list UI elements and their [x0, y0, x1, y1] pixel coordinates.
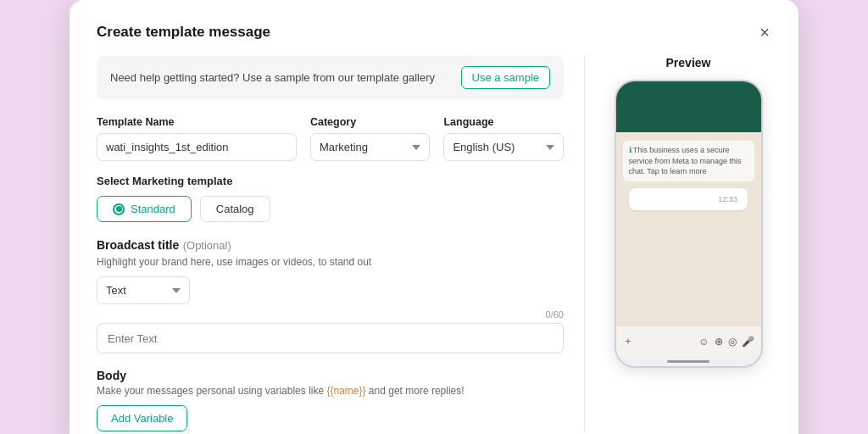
use-sample-button[interactable]: Use a sample — [461, 66, 550, 89]
body-variable: {{name}} — [326, 385, 365, 397]
standard-type-label: Standard — [131, 203, 175, 215]
preview-title: Preview — [666, 56, 711, 70]
phone-content: ℹ This business uses a secure service fr… — [616, 132, 761, 326]
body-section: Body Make your messages personal using v… — [97, 369, 564, 431]
phone-home-bar — [616, 356, 761, 366]
catalog-type-button[interactable]: Catalog — [200, 196, 270, 222]
broadcast-optional: (Optional) — [183, 239, 231, 252]
broadcast-description: Highlight your brand here, use images or… — [97, 256, 564, 268]
phone-bottom-bar: ＋ ☺ ⊕ ◎ 🎤 — [616, 326, 761, 356]
template-name-label: Template Name — [97, 116, 297, 128]
body-title: Body — [97, 369, 564, 382]
emoji-icon: ☺ — [698, 336, 709, 348]
home-bar-line — [667, 360, 709, 363]
char-count: 0/60 — [97, 309, 564, 320]
preview-section: Preview ℹ This business uses a secure se… — [585, 56, 771, 431]
catalog-type-label: Catalog — [216, 203, 254, 215]
standard-type-button[interactable]: Standard — [97, 196, 192, 222]
mic-icon: 🎤 — [742, 336, 754, 348]
add-variable-button[interactable]: Add Variable — [97, 405, 187, 431]
select-template-section: Select Marketing template Standard Catal… — [97, 175, 564, 222]
attach-icon: ⊕ — [715, 336, 723, 348]
info-banner: ℹ This business uses a secure service fr… — [623, 141, 754, 181]
close-button[interactable]: × — [758, 24, 771, 41]
select-template-label: Select Marketing template — [97, 175, 564, 187]
template-type-row: Standard Catalog — [97, 196, 564, 222]
form-section: Need help getting started? Use a sample … — [97, 56, 585, 431]
radio-dot-inner-standard — [116, 206, 122, 212]
sample-banner: Need help getting started? Use a sample … — [97, 56, 564, 99]
message-time: 12:33 — [639, 195, 737, 203]
broadcast-text-input[interactable] — [97, 323, 564, 353]
language-select[interactable]: English (US) — [443, 133, 564, 161]
body-desc-after: and get more replies! — [366, 385, 465, 397]
broadcast-section: Broadcast title (Optional) Highlight you… — [97, 237, 564, 353]
radio-dot-standard — [113, 203, 125, 215]
phone-mockup: ℹ This business uses a secure service fr… — [615, 80, 763, 368]
body-desc-before: Make your messages personal using variab… — [97, 385, 326, 397]
modal-body: Need help getting started? Use a sample … — [97, 56, 771, 431]
category-group: Category Marketing — [310, 116, 431, 161]
plus-icon: ＋ — [623, 334, 633, 348]
phone-top-bar — [616, 81, 761, 132]
text-type-row: Text — [97, 276, 564, 304]
text-type-select-wrap: Text — [97, 276, 190, 304]
bottom-icons-right: ☺ ⊕ ◎ 🎤 — [698, 336, 754, 348]
category-label: Category — [310, 116, 431, 128]
language-label: Language — [443, 116, 564, 128]
modal-title: Create template message — [97, 24, 270, 41]
fields-row: Template Name Category Marketing Languag… — [97, 116, 564, 161]
template-name-input[interactable] — [97, 133, 297, 161]
category-select[interactable]: Marketing — [310, 133, 431, 161]
message-bubble: 12:33 — [629, 188, 748, 210]
modal: Create template message × Need help gett… — [70, 0, 798, 434]
template-name-group: Template Name — [97, 116, 297, 161]
broadcast-title: Broadcast title — [97, 238, 179, 252]
info-banner-text: This business uses a secure service from… — [629, 146, 742, 175]
modal-header: Create template message × — [97, 24, 771, 41]
banner-text: Need help getting started? Use a sample … — [110, 71, 435, 84]
language-group: Language English (US) — [443, 116, 564, 161]
broadcast-type-select[interactable]: Text — [97, 276, 190, 304]
body-description: Make your messages personal using variab… — [97, 385, 564, 397]
camera-icon: ◎ — [728, 336, 737, 348]
